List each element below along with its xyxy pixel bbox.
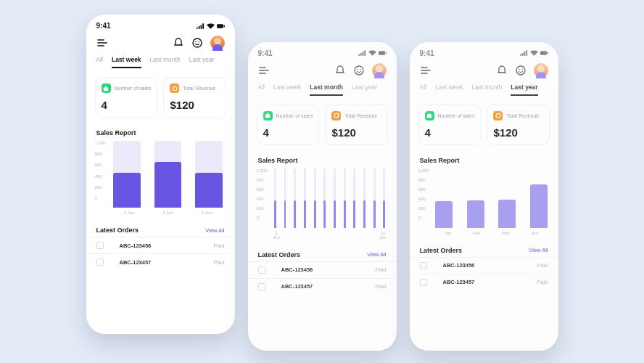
x-axis: Jan Feb Mar Apr <box>434 231 550 235</box>
bar <box>371 168 378 228</box>
checkbox[interactable] <box>420 262 427 269</box>
order-id: ABC-123456 <box>120 242 214 249</box>
tab-last-year[interactable]: Last year <box>189 56 215 68</box>
svg-point-9 <box>357 68 358 69</box>
checkbox[interactable] <box>258 283 265 290</box>
order-status: Paid <box>375 283 386 290</box>
tab-last-month[interactable]: Last month <box>471 83 502 96</box>
svg-point-3 <box>195 41 196 42</box>
sales-report-title: Sales Report <box>248 152 397 167</box>
bar <box>311 168 318 228</box>
order-id: ABC-123457 <box>443 279 537 285</box>
order-id: ABC-123456 <box>443 262 537 269</box>
checkbox[interactable] <box>96 242 104 249</box>
card-label: Total Revenue <box>506 113 539 118</box>
checkbox[interactable] <box>420 279 427 286</box>
battery-icon <box>379 50 387 56</box>
smile-icon[interactable] <box>515 65 527 76</box>
menu-icon[interactable] <box>258 65 270 76</box>
tab-last-week[interactable]: Last week <box>273 83 301 96</box>
bar <box>497 168 519 228</box>
x-axis: 1 Jun 2 Jun 3 Jun <box>110 211 226 215</box>
card-revenue[interactable]: Total Revenue $120 <box>163 77 226 118</box>
order-id: ABC-123456 <box>281 266 376 273</box>
view-all-link[interactable]: View All <box>205 227 224 234</box>
status-icons <box>358 50 387 56</box>
tab-all[interactable]: All <box>96 56 103 68</box>
wifi-icon <box>207 23 215 29</box>
checkbox[interactable] <box>96 258 104 266</box>
card-sales[interactable]: Number of sales 4 <box>95 77 158 118</box>
menu-icon[interactable] <box>420 65 432 76</box>
sales-chart: 1,000 800 600 400 200 0 <box>248 167 397 245</box>
tab-all[interactable]: All <box>420 83 426 96</box>
revenue-icon <box>493 111 503 121</box>
avatar[interactable] <box>534 63 548 78</box>
status-icons <box>197 23 225 29</box>
order-row[interactable]: ABC-123457 Paid <box>248 278 397 295</box>
bell-icon[interactable] <box>496 65 508 76</box>
bar <box>331 168 339 228</box>
tab-last-month[interactable]: Last month <box>310 83 343 96</box>
kpi-cards: Number of sales 4 Total Revenue $120 <box>86 73 235 125</box>
battery-icon <box>540 50 548 56</box>
card-revenue[interactable]: Total Revenue $120 <box>325 105 387 145</box>
y-axis: 1,000 800 600 400 200 0 <box>257 168 268 228</box>
order-status: Paid <box>537 279 548 285</box>
smile-icon[interactable] <box>353 65 365 76</box>
tab-last-year[interactable]: Last year <box>352 83 377 96</box>
order-row[interactable]: ABC-123456 Paid <box>410 257 558 274</box>
card-value: $120 <box>493 126 542 139</box>
status-bar: 9:41 <box>248 42 397 60</box>
card-value: 4 <box>425 126 475 139</box>
revenue-icon <box>170 83 179 93</box>
period-tabs: All Last week Last month Last year <box>86 56 235 73</box>
order-id: ABC-123457 <box>281 283 376 290</box>
avatar[interactable] <box>210 36 225 50</box>
period-tabs: All Last week Last month Last year <box>410 83 558 100</box>
smile-icon[interactable] <box>191 37 203 49</box>
card-value: $120 <box>331 126 381 139</box>
latest-orders-title: Latest Orders <box>96 227 139 234</box>
card-sales[interactable]: Number of sales 4 <box>257 105 320 145</box>
menu-icon[interactable] <box>96 37 108 49</box>
card-label: Total Revenue <box>183 86 215 91</box>
y-axis: 1,000 800 600 400 200 0 <box>95 141 106 208</box>
card-value: 4 <box>263 126 313 139</box>
view-all-link[interactable]: View All <box>529 247 548 253</box>
view-all-link[interactable]: View All <box>367 251 386 258</box>
top-bar <box>86 33 235 56</box>
sales-report-title: Sales Report <box>86 125 235 139</box>
checkbox[interactable] <box>258 266 265 274</box>
tab-last-week[interactable]: Last week <box>112 56 141 68</box>
order-row[interactable]: ABC-123457 Paid <box>86 253 235 270</box>
order-row[interactable]: ABC-123456 Paid <box>86 237 235 253</box>
bar <box>434 168 455 228</box>
card-sales[interactable]: Number of sales 4 <box>418 105 482 145</box>
battery-icon <box>217 23 225 29</box>
order-row[interactable]: ABC-123456 Paid <box>248 261 397 278</box>
svg-rect-6 <box>379 51 385 55</box>
tag-icon <box>425 111 434 121</box>
bell-icon[interactable] <box>334 65 346 76</box>
tab-last-month[interactable]: Last month <box>150 56 181 68</box>
tab-all[interactable]: All <box>258 83 265 96</box>
wifi-icon <box>368 50 376 56</box>
avatar[interactable] <box>372 63 387 78</box>
latest-orders-title: Latest Orders <box>420 247 463 254</box>
status-time: 9:41 <box>258 49 273 57</box>
bar <box>381 168 388 228</box>
bar <box>151 141 185 208</box>
tab-last-year[interactable]: Last year <box>511 83 537 96</box>
top-bar <box>410 60 558 83</box>
signal-icon <box>358 50 366 56</box>
tab-last-week[interactable]: Last week <box>435 83 463 96</box>
bar <box>361 168 368 228</box>
order-row[interactable]: ABC-123457 Paid <box>410 274 558 290</box>
bell-icon[interactable] <box>173 37 184 49</box>
bar <box>110 141 144 208</box>
bar <box>281 168 289 228</box>
card-label: Number of sales <box>276 113 313 118</box>
svg-point-14 <box>516 66 525 75</box>
card-revenue[interactable]: Total Revenue $120 <box>487 105 549 145</box>
